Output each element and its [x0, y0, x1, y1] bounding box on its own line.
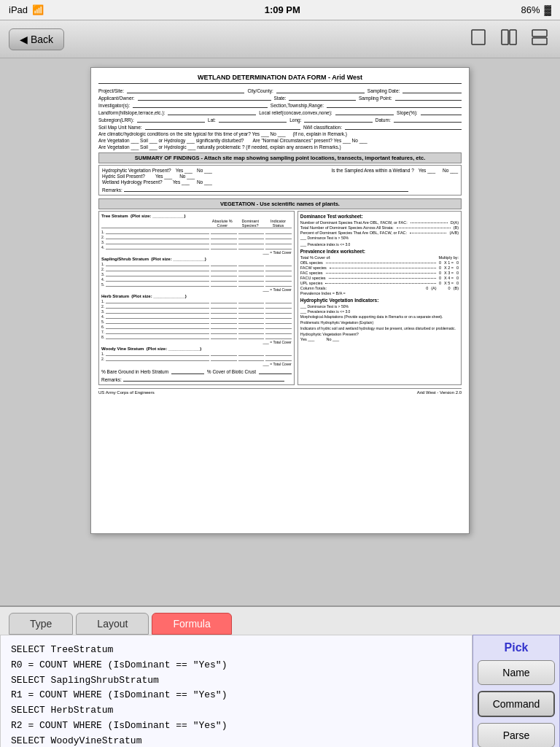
- climatic-note: (If no, explain in Remark.): [293, 131, 347, 136]
- total-dominant-text: Total Number of Dominant Species Across …: [300, 225, 394, 230]
- footer-left: US Army Corps of Engineers: [98, 390, 155, 395]
- code-line-5: SELECT HerbStratum: [11, 703, 462, 719]
- veg-remarks-label: Remarks:: [101, 377, 122, 382]
- long-label: Long:: [289, 117, 301, 123]
- upl-mult: X 5 =: [444, 281, 454, 285]
- sampling-point-label: Sampling Point:: [359, 96, 392, 101]
- facu-mult: X 4 =: [444, 276, 454, 280]
- woody-vine-plot-size: (Plot size: _____________): [147, 347, 201, 351]
- form-row-veg-soil: Are Vegetation ___ Soil ___ or Hydrology…: [98, 138, 462, 143]
- wifi-icon: 📶: [32, 4, 44, 15]
- parse-button[interactable]: Parse: [478, 723, 555, 747]
- layout-split-h-icon[interactable]: [528, 26, 551, 53]
- sapling-row-3: 3.: [101, 272, 292, 276]
- form-row-applicant: Applicant/Owner: State: Sampling Point:: [98, 95, 462, 101]
- facw-mult: X 2 =: [444, 266, 454, 270]
- bare-ground-row: % Bare Ground in Herb Stratum % Cover of…: [101, 368, 292, 374]
- nav-bar: ◀ Back: [0, 20, 560, 58]
- fac-label: FAC species: [300, 271, 323, 275]
- sapling-plot-size: (Plot size: _____________): [151, 257, 206, 261]
- hydrophytic-yes-opt: Yes ___: [300, 337, 315, 341]
- form-row-subregion: Subregion(LRR): Lat: Long: Datum:: [98, 117, 462, 123]
- facw-result: 0: [456, 266, 459, 270]
- svg-rect-2: [510, 30, 516, 44]
- pick-label: Pick: [505, 641, 529, 654]
- sampled-area-no: No ___: [443, 168, 458, 173]
- woody-vine-label: Woody Vine Stratum (Plot size: _________…: [101, 347, 292, 351]
- herb-total-cover: ___ = Total Cover: [101, 340, 292, 344]
- tree-row-1: 1.: [101, 230, 292, 234]
- hydrophytic-indicators-header: Hydrophytic Vegetation Indicators:: [300, 298, 459, 303]
- upl-value: 0: [439, 281, 441, 285]
- prevalence-index-3: ___ Prevalence index is <= 3.0: [300, 309, 459, 314]
- obl-mult: X 1 =: [444, 260, 454, 265]
- facw-label: FACW species: [300, 266, 327, 270]
- problematic-text: Problematic Hydrophytic Vegetation (Expl…: [300, 320, 459, 325]
- hydrophytic-yes: Yes ___: [176, 168, 192, 173]
- soil-map-label: Soil Map Unit Name:: [98, 125, 142, 130]
- bottom-panel: Type Layout Formula SELECT TreeStratum R…: [0, 605, 560, 747]
- dominance-note: ___ Dominance Test is > 50%: [300, 236, 459, 240]
- hydrophytic-present-label: Hydrophytic Vegetation Present?: [300, 332, 359, 336]
- tab-bar: Type Layout Formula: [0, 607, 560, 635]
- col-totals-label: Column Totals:: [300, 286, 327, 290]
- back-button[interactable]: ◀ Back: [9, 28, 64, 50]
- sapling-row-1: 1.: [101, 262, 292, 266]
- name-button[interactable]: Name: [478, 660, 555, 685]
- facw-row: FACW species 0 X 2 = 0: [300, 266, 459, 270]
- biotic-crust-label: % Cover of Biotic Crust: [207, 369, 256, 374]
- local-relief-label: Local relief(concave,convex,none):: [259, 110, 332, 115]
- indicators-note: Indicators of hydric soil and wetland hy…: [300, 326, 459, 330]
- form-title: WETLAND DETERMINATION DATA FORM - Arid W…: [98, 74, 462, 84]
- summary-box: Hydrophytic Vegetation Present? Yes ___ …: [98, 165, 462, 196]
- form-row-landform: Landform(hillslope,terrace,etc.): Local …: [98, 109, 462, 115]
- code-line-7: SELECT WoodyVineStratum: [11, 734, 462, 747]
- tab-layout[interactable]: Layout: [76, 613, 149, 635]
- tab-formula[interactable]: Formula: [152, 613, 231, 635]
- dominant-species-text: Number of Dominant Species That Are OBL,…: [300, 220, 408, 225]
- herb-row-4: 4.: [101, 314, 292, 319]
- summary-remarks-label: Remarks:: [102, 187, 122, 193]
- hydric-soil-no: No ___: [179, 174, 195, 179]
- summary-row-wetland-hydro: Wetland Hydrology Present? Yes ___ No __…: [102, 179, 458, 185]
- form-page: WETLAND DETERMINATION DATA FORM - Arid W…: [90, 67, 470, 534]
- main-content: WETLAND DETERMINATION DATA FORM - Arid W…: [0, 58, 560, 747]
- document-area: WETLAND DETERMINATION DATA FORM - Arid W…: [0, 58, 560, 605]
- city-label: City/County:: [247, 88, 273, 93]
- herb-plot-size: (Plot size: _____________): [131, 294, 186, 298]
- battery-pct: 86%: [521, 4, 540, 15]
- tree-row-3: 3.: [101, 240, 292, 244]
- obl-result: 0: [456, 260, 459, 265]
- fac-mult: X 3 =: [444, 271, 454, 275]
- herb-stratum-label: Herb Stratum (Plot size: _____________): [101, 294, 292, 298]
- svg-rect-4: [532, 38, 547, 44]
- upl-row: UPL species 0 X 5 = 0: [300, 281, 459, 285]
- tab-type[interactable]: Type: [9, 613, 73, 635]
- layout-split-v-icon[interactable]: [497, 26, 521, 53]
- col-header-dom: Dominant Species?: [237, 219, 263, 228]
- tree-stratum-label: Tree Stratum (Plot size: _____________): [101, 214, 292, 218]
- sampled-area-yes: Yes ___: [419, 168, 435, 173]
- tree-row-4: 4.: [101, 245, 292, 249]
- total-cover-label: Total % Cover of:: [300, 255, 331, 260]
- hydrophytic-no-opt: No ___: [326, 337, 339, 341]
- nav-icons: [467, 26, 551, 53]
- hydric-soil-label: Hydric Soil Present?: [102, 174, 145, 179]
- code-area[interactable]: SELECT TreeStratum R0 = COUNT WHERE (IsD…: [0, 635, 472, 747]
- dominant-species-row: Number of Dominant Species That Are OBL,…: [300, 220, 459, 225]
- status-bar: iPad 📶 1:09 PM 86% ▓: [0, 0, 560, 20]
- dominance-test-header: Dominance Test worksheet:: [300, 214, 459, 219]
- herb-row-7: 7.: [101, 330, 292, 334]
- col-a-val: 0: [426, 286, 428, 290]
- svg-rect-1: [502, 30, 508, 44]
- footer-right: Arid West - Version 2.0: [417, 390, 462, 395]
- dominance-test-50: ___ Dominance Test is > 50%: [300, 304, 459, 309]
- command-button[interactable]: Command: [478, 691, 555, 717]
- veg-remarks-row: Remarks:: [101, 376, 292, 382]
- veg-section: Tree Stratum (Plot size: _____________) …: [98, 211, 462, 385]
- sampling-date-label: Sampling Date:: [368, 88, 400, 93]
- col-b-label: (B): [454, 286, 459, 290]
- multiply-by-label: Multiply by:: [438, 255, 459, 260]
- obl-value: 0: [439, 260, 441, 265]
- layout-single-icon[interactable]: [467, 26, 490, 53]
